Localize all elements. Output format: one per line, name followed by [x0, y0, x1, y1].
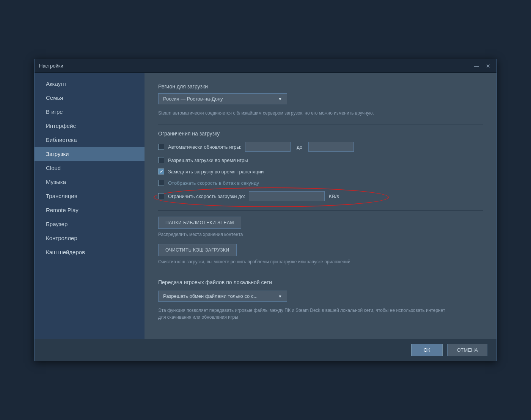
divider-3 — [158, 273, 483, 273]
window-title: Настройки — [39, 63, 63, 69]
steam-folders-button[interactable]: ПАПКИ БИБЛИОТЕКИ STEAM — [158, 217, 241, 229]
limit-speed-row: Ограничить скорость загрузки до: KB/s — [158, 191, 483, 201]
lan-dropdown-row: Разрешать обмен файлами только со с... ▼ — [158, 291, 483, 302]
sidebar-item-ingame[interactable]: В игре — [35, 105, 145, 119]
limit-speed-label: Ограничить скорость загрузки до: — [168, 193, 245, 199]
minimize-button[interactable]: — — [472, 63, 481, 69]
sidebar-item-downloads[interactable]: Загрузки — [35, 147, 145, 161]
sidebar-item-browser[interactable]: Браузер — [35, 217, 145, 231]
auto-update-to-input[interactable] — [308, 142, 354, 152]
sidebar-item-shadercache[interactable]: Кэш шейдеров — [35, 245, 145, 259]
sidebar-item-remoteplay[interactable]: Remote Play — [35, 203, 145, 217]
sidebar-item-library[interactable]: Библиотека — [35, 133, 145, 147]
lan-dropdown-arrow-icon: ▼ — [278, 294, 282, 299]
titlebar: Настройки — ✕ — [35, 59, 496, 73]
limit-speed-checkbox[interactable] — [158, 193, 164, 199]
region-description: Steam автоматически соединяется с ближай… — [158, 110, 446, 116]
allow-during-game-checkbox[interactable] — [158, 157, 164, 163]
lan-dropdown[interactable]: Разрешать обмен файлами только со с... ▼ — [158, 291, 287, 302]
content-area: Регион для загрузки Россия — Ростов-на-Д… — [145, 73, 496, 339]
sidebar-item-controller[interactable]: Контроллер — [35, 231, 145, 245]
throttle-streaming-checkbox[interactable] — [158, 168, 164, 175]
throttle-streaming-label: Замедлять загрузку во время трансляции — [168, 169, 264, 175]
auto-update-from-input[interactable] — [245, 142, 291, 152]
allow-during-game-label: Разрешать загрузки во время игры — [168, 157, 248, 163]
lan-title: Передача игровых файлов по локальной сет… — [158, 279, 483, 285]
titlebar-controls: — ✕ — [472, 63, 492, 69]
sidebar: Аккаунт Семья В игре Интерфейс Библиотек… — [35, 73, 145, 339]
auto-update-label: Автоматически обновлять игры: — [168, 144, 241, 150]
region-value: Россия — Ростов-на-Дону — [163, 96, 223, 102]
auto-update-input-row: Автоматически обновлять игры: до — [168, 142, 354, 152]
divider-2 — [158, 210, 483, 211]
show-bits-row: Отображать скорость в битах в секунду — [158, 180, 483, 186]
sidebar-item-cloud[interactable]: Cloud — [35, 161, 145, 175]
clear-cache-desc: Очистив кэш загрузки, вы можете решить п… — [158, 258, 446, 265]
sidebar-item-music[interactable]: Музыка — [35, 175, 145, 189]
region-dropdown[interactable]: Россия — Ростов-на-Дону ▼ — [158, 93, 287, 104]
close-button[interactable]: ✕ — [484, 63, 492, 69]
settings-window: Настройки — ✕ Аккаунт Семья В игре Интер… — [34, 59, 497, 361]
divider-1 — [158, 124, 483, 124]
download-limits-title: Ограничения на загрузку — [158, 131, 483, 137]
dropdown-arrow-icon: ▼ — [278, 97, 282, 101]
ok-button[interactable]: ОК — [411, 344, 443, 356]
allow-during-game-row: Разрешать загрузки во время игры — [158, 157, 483, 163]
main-content: Аккаунт Семья В игре Интерфейс Библиотек… — [35, 73, 496, 339]
auto-update-checkbox[interactable] — [158, 144, 164, 150]
auto-update-row: Автоматически обновлять игры: до — [158, 142, 483, 152]
show-bits-checkbox[interactable] — [158, 180, 164, 186]
limit-speed-input[interactable] — [249, 191, 325, 201]
clear-cache-button[interactable]: ОЧИСТИТЬ КЭШ ЗАГРУЗКИ — [158, 244, 237, 256]
to-label: до — [297, 144, 302, 150]
throttle-streaming-row: Замедлять загрузку во время трансляции — [158, 168, 483, 175]
bottom-bar: ОК ОТМЕНА — [35, 339, 496, 361]
region-dropdown-row: Россия — Ростов-на-Дону ▼ — [158, 93, 483, 104]
storage-desc: Распределить места хранения контента — [158, 231, 446, 238]
limit-speed-container: Ограничить скорость загрузки до: KB/s — [158, 191, 483, 201]
region-label: Регион для загрузки — [158, 83, 483, 90]
sidebar-item-account[interactable]: Аккаунт — [35, 77, 145, 91]
lan-description: Эта функция позволяет передавать игровые… — [158, 307, 446, 321]
sidebar-item-interface[interactable]: Интерфейс — [35, 119, 145, 133]
steam-folders-row: ПАПКИ БИБЛИОТЕКИ STEAM — [158, 217, 483, 229]
cancel-button[interactable]: ОТМЕНА — [447, 344, 487, 356]
kbs-label: KB/s — [328, 193, 339, 199]
sidebar-item-broadcast[interactable]: Трансляция — [35, 189, 145, 203]
sidebar-item-family[interactable]: Семья — [35, 91, 145, 105]
clear-cache-row: ОЧИСТИТЬ КЭШ ЗАГРУЗКИ — [158, 244, 483, 256]
show-bits-label: Отображать скорость в битах в секунду — [168, 180, 259, 186]
lan-dropdown-value: Разрешать обмен файлами только со с... — [163, 293, 258, 299]
